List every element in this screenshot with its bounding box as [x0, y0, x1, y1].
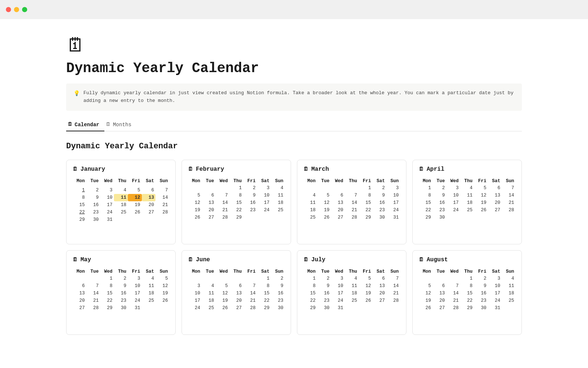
- day-cell[interactable]: 3: [331, 275, 345, 282]
- day-cell[interactable]: 15: [303, 290, 317, 297]
- day-cell[interactable]: 17: [188, 297, 202, 304]
- day-cell[interactable]: 22: [257, 297, 271, 304]
- day-cell[interactable]: 28: [215, 214, 229, 221]
- day-cell[interactable]: 11: [502, 282, 516, 290]
- day-cell[interactable]: 13: [433, 290, 447, 297]
- day-cell[interactable]: 9: [474, 282, 488, 290]
- day-cell[interactable]: 5: [215, 282, 229, 290]
- day-cell[interactable]: 26: [474, 206, 488, 214]
- day-cell[interactable]: 20: [72, 297, 86, 304]
- day-cell[interactable]: 29: [72, 216, 86, 223]
- day-cell[interactable]: 18: [202, 297, 216, 304]
- day-cell[interactable]: 9: [373, 192, 387, 199]
- day-cell[interactable]: 17: [488, 290, 502, 297]
- day-cell[interactable]: 23: [317, 297, 331, 304]
- day-cell[interactable]: 4: [345, 275, 359, 282]
- day-cell[interactable]: 28: [86, 304, 100, 312]
- day-cell[interactable]: 6: [202, 192, 216, 199]
- day-cell[interactable]: 16: [271, 290, 285, 297]
- day-cell[interactable]: 15: [257, 290, 271, 297]
- day-cell[interactable]: 11: [303, 199, 317, 206]
- day-cell[interactable]: 21: [345, 206, 359, 214]
- day-cell[interactable]: 30: [86, 216, 100, 223]
- day-cell[interactable]: 26: [419, 304, 433, 312]
- day-cell[interactable]: 9: [114, 282, 128, 290]
- tab-months[interactable]: 🗓 Months: [104, 120, 136, 131]
- day-cell[interactable]: 13: [72, 290, 86, 297]
- day-cell[interactable]: 3: [257, 184, 271, 192]
- day-cell[interactable]: 5: [359, 275, 373, 282]
- day-cell[interactable]: 25: [114, 209, 128, 216]
- day-cell[interactable]: 5: [155, 275, 169, 282]
- day-cell[interactable]: 2: [373, 184, 387, 192]
- day-cell[interactable]: 17: [100, 201, 114, 209]
- day-cell[interactable]: 27: [72, 304, 86, 312]
- day-cell[interactable]: 7: [86, 282, 100, 290]
- day-cell[interactable]: 14: [345, 199, 359, 206]
- day-cell[interactable]: 21: [386, 290, 400, 297]
- day-cell[interactable]: 6: [229, 282, 243, 290]
- day-cell[interactable]: 7: [215, 192, 229, 199]
- day-cell[interactable]: 21: [502, 199, 516, 206]
- day-cell[interactable]: 14: [386, 282, 400, 290]
- day-cell[interactable]: 2: [114, 275, 128, 282]
- day-cell[interactable]: 5: [128, 187, 142, 194]
- close-button[interactable]: [6, 7, 11, 12]
- day-cell[interactable]: 27: [229, 304, 243, 312]
- day-cell[interactable]: 13: [331, 199, 345, 206]
- day-cell[interactable]: 18: [271, 199, 285, 206]
- day-cell[interactable]: 22: [460, 297, 474, 304]
- day-cell[interactable]: 29: [100, 304, 114, 312]
- day-cell[interactable]: 16: [114, 290, 128, 297]
- day-cell[interactable]: 8: [257, 282, 271, 290]
- day-cell[interactable]: 12: [474, 192, 488, 199]
- day-cell[interactable]: 10: [386, 192, 400, 199]
- day-cell[interactable]: 7: [446, 282, 460, 290]
- day-cell[interactable]: 28: [502, 206, 516, 214]
- day-cell[interactable]: 4: [502, 275, 516, 282]
- day-cell[interactable]: 17: [331, 290, 345, 297]
- day-cell[interactable]: 5: [317, 192, 331, 199]
- day-cell[interactable]: 7: [155, 187, 169, 194]
- day-cell[interactable]: 24: [331, 297, 345, 304]
- day-cell[interactable]: 18: [460, 199, 474, 206]
- day-cell[interactable]: 18: [114, 201, 128, 209]
- day-cell[interactable]: 9: [317, 282, 331, 290]
- day-cell[interactable]: 25: [345, 297, 359, 304]
- day-cell[interactable]: 19: [419, 297, 433, 304]
- day-cell[interactable]: 2: [86, 187, 100, 194]
- day-cell[interactable]: 19: [359, 290, 373, 297]
- day-cell[interactable]: 25: [303, 214, 317, 221]
- day-cell[interactable]: 26: [215, 304, 229, 312]
- day-cell[interactable]: 28: [345, 214, 359, 221]
- day-cell[interactable]: 15: [72, 201, 86, 209]
- day-cell[interactable]: 22: [229, 206, 243, 214]
- day-cell[interactable]: 24: [128, 297, 142, 304]
- day-cell[interactable]: 13: [142, 194, 156, 201]
- day-cell[interactable]: 21: [446, 297, 460, 304]
- day-cell[interactable]: 14: [446, 290, 460, 297]
- day-cell[interactable]: 20: [202, 206, 216, 214]
- day-cell[interactable]: 10: [257, 192, 271, 199]
- day-cell[interactable]: 11: [271, 192, 285, 199]
- day-cell[interactable]: 6: [488, 184, 502, 192]
- day-cell[interactable]: 27: [373, 297, 387, 304]
- day-cell[interactable]: 21: [215, 206, 229, 214]
- day-cell[interactable]: 25: [271, 206, 285, 214]
- day-cell[interactable]: 4: [202, 282, 216, 290]
- day-cell[interactable]: 12: [188, 199, 202, 206]
- day-cell[interactable]: 1: [72, 187, 86, 194]
- day-cell[interactable]: 1: [460, 275, 474, 282]
- day-cell[interactable]: 27: [202, 214, 216, 221]
- day-cell[interactable]: 19: [188, 206, 202, 214]
- day-cell[interactable]: 25: [202, 304, 216, 312]
- day-cell[interactable]: 18: [345, 290, 359, 297]
- day-cell[interactable]: 2: [317, 275, 331, 282]
- day-cell[interactable]: 9: [86, 194, 100, 201]
- day-cell[interactable]: 1: [419, 184, 433, 192]
- day-cell[interactable]: 7: [243, 282, 257, 290]
- day-cell[interactable]: 6: [142, 187, 156, 194]
- day-cell[interactable]: 13: [229, 290, 243, 297]
- day-cell[interactable]: 18: [142, 290, 156, 297]
- day-cell[interactable]: 27: [142, 209, 156, 216]
